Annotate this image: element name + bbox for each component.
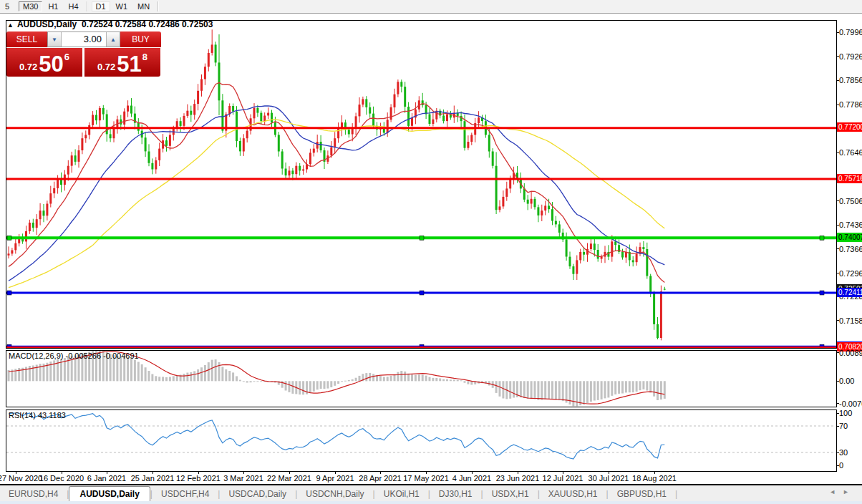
- timeframe-button-h1[interactable]: H1: [44, 1, 62, 11]
- price-tick-label: 0.79960: [839, 28, 862, 37]
- macd-indicator-label: MACD(12,26,9) -0.005266 -0.004691: [9, 352, 139, 360]
- tab-scroll-arrows: ◄►: [829, 488, 856, 495]
- rsi-scale-label: 70: [839, 422, 862, 430]
- chart-tab-usdcnh-daily[interactable]: USDCNH,Daily: [297, 487, 372, 501]
- timeframe-toolbar: 5M30H1H4D1W1MN: [0, 0, 862, 14]
- chart-tab-dj30-h1[interactable]: DJ30,H1: [430, 487, 481, 501]
- chart-tab-gbpusd-h1[interactable]: GBPUSD,H1: [609, 487, 675, 501]
- price-tick-label: 0.76460: [839, 148, 862, 157]
- sell-price-small: 0.72: [19, 62, 37, 72]
- collapse-panel-icon[interactable]: ▲: [7, 21, 14, 29]
- timeframe-button-mn[interactable]: MN: [133, 1, 154, 11]
- price-badge: 0.72411: [837, 288, 862, 297]
- price-tick-label: 0.71580: [839, 316, 862, 325]
- toolbar-separator: [158, 1, 159, 11]
- price-tick-label: 0.77860: [839, 100, 862, 109]
- rsi-scale-label: 0: [839, 461, 862, 470]
- price-badge: 0.75716: [837, 174, 862, 183]
- timeframe-button-5[interactable]: 5: [1, 1, 16, 11]
- macd-scale-label: 0.00: [839, 377, 862, 385]
- chart-tab-usdcad-daily[interactable]: USDCAD,Daily: [220, 487, 295, 501]
- buy-price-sup: 8: [142, 52, 147, 62]
- chart-tab-audusd-daily[interactable]: AUDUSD,Daily: [69, 486, 150, 501]
- chart-tab-eurusd-h4[interactable]: EURUSD,H4: [0, 487, 67, 501]
- sell-button[interactable]: SELL: [6, 32, 47, 47]
- toolbar-separator: [87, 1, 88, 11]
- chart-ohlc-values: 0.72524 0.72584 0.72486 0.72503: [82, 19, 213, 29]
- buy-price-small: 0.72: [97, 62, 115, 72]
- volume-increase-button[interactable]: ▲: [106, 32, 120, 47]
- volume-input[interactable]: 3.00: [62, 32, 106, 47]
- price-badge: 0.77200: [837, 122, 862, 132]
- terminal-window: 5M30H1H4D1W1MN ▲AUDUSD,Daily 0.72524 0.7…: [0, 0, 862, 504]
- macd-scale-label: 0.00890: [839, 349, 862, 357]
- timeframe-button-d1[interactable]: D1: [92, 1, 110, 11]
- price-tick-label: 0.75060: [839, 197, 862, 205]
- chart-tab-usdx-h1[interactable]: USDX,H1: [483, 487, 538, 501]
- date-tick-label: 18 Aug 2021: [624, 474, 684, 483]
- chart-title: ▲AUDUSD,Daily 0.72524 0.72584 0.72486 0.…: [7, 19, 213, 29]
- chevron-down-icon: ▼: [52, 37, 57, 43]
- rsi-scale-label: 100: [839, 409, 862, 417]
- tab-scroll-left-icon[interactable]: ◄: [829, 488, 843, 495]
- price-tick-label: 0.73660: [839, 245, 862, 253]
- timeframe-button-m30[interactable]: M30: [19, 1, 42, 11]
- one-click-trading-panel: SELL ▼ 3.00 ▲ BUY 0.72506 0.72518: [6, 32, 161, 77]
- buy-price-button[interactable]: 0.72518: [84, 48, 160, 77]
- price-tick-label: 0.74360: [839, 220, 862, 229]
- chart-tab-ukoil-h1[interactable]: UKOil,H1: [375, 487, 428, 501]
- macd-scale-label: -0.00701: [839, 399, 862, 408]
- buy-price-big: 51: [117, 54, 141, 75]
- rsi-pane[interactable]: [6, 410, 837, 472]
- sell-price-sup: 6: [64, 52, 69, 62]
- rsi-indicator-label: RSI(14) 43.1183: [9, 411, 66, 420]
- volume-spinner: ▼ 3.00 ▲: [47, 32, 120, 47]
- sell-price-button[interactable]: 0.72506: [6, 48, 82, 77]
- window-bottom-strip: [0, 501, 862, 504]
- chart-symbol-label: AUDUSD,Daily: [17, 19, 77, 29]
- chart-tab-bar: EURUSD,H4|AUDUSD,Daily|USDCHF,H4|USDCAD,…: [0, 485, 862, 501]
- volume-decrease-button[interactable]: ▼: [48, 32, 62, 47]
- price-badge: 0.74007: [837, 233, 862, 242]
- sell-price-big: 50: [39, 54, 63, 75]
- chevron-up-icon: ▲: [110, 37, 116, 43]
- price-tick-label: 0.78560: [839, 76, 862, 84]
- chart-tab-usdchf-h4[interactable]: USDCHF,H4: [152, 487, 218, 501]
- tab-separator: |: [675, 487, 677, 501]
- buy-button[interactable]: BUY: [120, 32, 161, 47]
- tab-scroll-right-icon[interactable]: ►: [843, 488, 856, 495]
- timeframe-button-w1[interactable]: W1: [112, 1, 132, 11]
- price-tick-label: 0.79260: [839, 52, 862, 61]
- chart-tab-xauusd-h1[interactable]: XAUUSD,H1: [540, 487, 606, 501]
- timeframe-button-h4[interactable]: H4: [64, 1, 82, 11]
- price-tick-label: 0.72960: [839, 269, 862, 278]
- rsi-scale-label: 30: [839, 448, 862, 457]
